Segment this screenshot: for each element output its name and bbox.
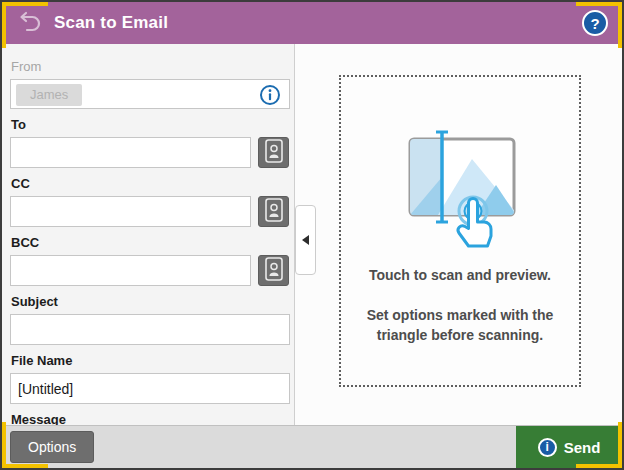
preview-instruction-secondary: Set options marked with the triangle bef…	[356, 305, 564, 346]
file-name-label: File Name	[11, 353, 289, 368]
cc-input[interactable]	[10, 196, 251, 227]
to-row	[10, 137, 289, 168]
bcc-address-book-button[interactable]	[258, 255, 289, 286]
scan-to-email-screen: Scan to Email ? From James To	[0, 0, 624, 470]
send-info-icon: i	[538, 438, 557, 457]
bcc-row	[10, 255, 289, 286]
subject-label: Subject	[11, 294, 289, 309]
cc-address-book-button[interactable]	[258, 196, 289, 227]
footer-bar: Options i Send	[2, 425, 622, 468]
from-label: From	[11, 59, 289, 74]
file-name-input[interactable]	[10, 373, 290, 404]
from-value-chip: James	[16, 84, 82, 106]
send-button-label: Send	[564, 439, 601, 456]
to-address-book-button[interactable]	[258, 137, 289, 168]
panel-collapse-handle[interactable]	[295, 205, 316, 275]
subject-input[interactable]	[10, 314, 290, 345]
bcc-input[interactable]	[10, 255, 251, 286]
help-button[interactable]: ?	[582, 10, 608, 36]
to-label: To	[11, 117, 289, 132]
back-button[interactable]	[12, 8, 44, 38]
collapse-arrow-icon	[302, 235, 309, 245]
email-form-panel: From James To	[2, 44, 295, 425]
scan-illustration	[380, 123, 540, 249]
preview-instruction-primary: Touch to scan and preview.	[341, 267, 579, 283]
address-book-icon	[263, 138, 285, 167]
options-button[interactable]: Options	[10, 431, 94, 463]
bcc-label: BCC	[11, 235, 289, 250]
address-book-icon	[263, 197, 285, 226]
main-content: From James To	[2, 44, 622, 425]
help-icon: ?	[590, 15, 599, 32]
to-input[interactable]	[10, 137, 251, 168]
cc-label: CC	[11, 176, 289, 191]
info-icon[interactable]	[259, 84, 281, 106]
send-button[interactable]: i Send	[516, 426, 622, 468]
scan-preview-area[interactable]: Touch to scan and preview. Set options m…	[339, 75, 581, 387]
cc-row	[10, 196, 289, 227]
page-title: Scan to Email	[54, 13, 168, 33]
back-arrow-icon	[15, 11, 41, 36]
address-book-icon	[263, 256, 285, 285]
preview-panel: Touch to scan and preview. Set options m…	[295, 44, 622, 425]
header-bar: Scan to Email ?	[2, 2, 622, 44]
from-field: James	[10, 79, 290, 109]
